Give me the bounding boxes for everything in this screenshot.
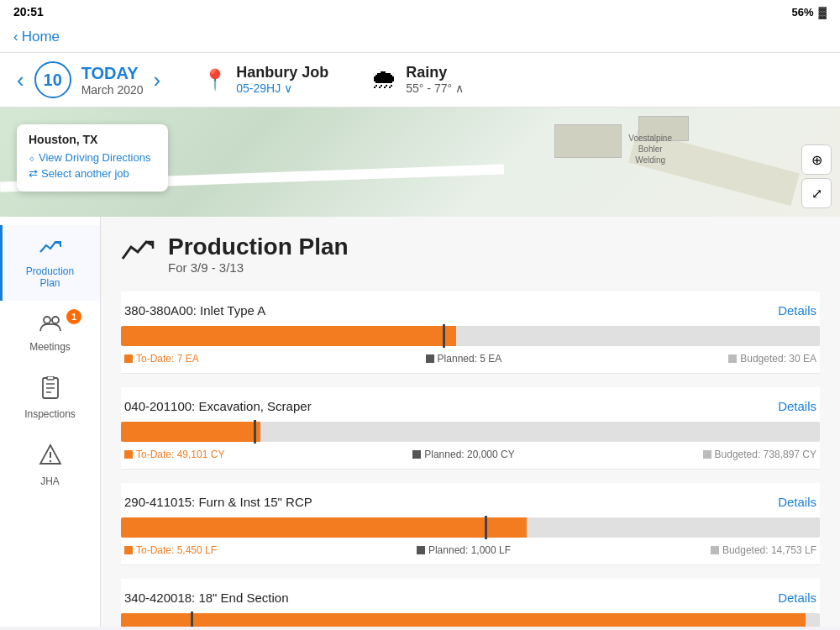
- progress-fill-2: [121, 422, 260, 442]
- driving-directions-link[interactable]: ⬦ View Driving Directions: [29, 151, 156, 164]
- details-link-3[interactable]: Details: [778, 495, 816, 509]
- sidebar: ProductionPlan 1 Meetings: [0, 217, 101, 627]
- meetings-label: Meetings: [29, 341, 71, 353]
- stat-budgeted-2: Budgeted: 738,897 CY: [703, 449, 816, 460]
- details-link-4[interactable]: Details: [778, 591, 816, 605]
- planned-square-1: [426, 354, 434, 363]
- item-header-1: 380-380A00: Inlet Type A Details: [121, 303, 820, 318]
- planned-square-3: [417, 546, 425, 554]
- production-plan-label: ProductionPlan: [26, 265, 74, 289]
- production-item-2: 040-201100: Excavation, Scraper Details …: [121, 387, 820, 470]
- item-header-2: 040-201100: Excavation, Scraper Details: [121, 399, 820, 413]
- select-job-link[interactable]: ⇄ Select another job: [29, 167, 156, 180]
- map-city-label: Houston, TX: [29, 133, 156, 146]
- progress-stats-2: To-Date: 49,101 CY Planned: 20,000 CY Bu…: [121, 449, 820, 460]
- back-button[interactable]: ‹ Home: [13, 29, 827, 45]
- map-locate-button[interactable]: ⊕: [801, 144, 832, 175]
- map-popup: Houston, TX ⬦ View Driving Directions ⇄ …: [17, 124, 168, 192]
- item-title-4: 340-420018: 18" End Section: [124, 591, 288, 605]
- progress-marker-1: [443, 324, 445, 348]
- sidebar-item-jha[interactable]: JHA: [0, 432, 100, 499]
- status-bar: 20:51 56% ▓: [0, 0, 840, 24]
- production-plan-titles: Production Plan For 3/9 - 3/13: [168, 234, 349, 275]
- stat-budgeted-3: Budgeted: 14,753 LF: [711, 544, 816, 556]
- progress-fill-1: [121, 326, 456, 346]
- stat-todate-1: To-Date: 7 EA: [124, 353, 199, 365]
- date-info: TODAY March 2020: [81, 63, 144, 97]
- sidebar-item-meetings[interactable]: 1 Meetings: [0, 301, 100, 365]
- production-item-3: 290-411015: Furn & Inst 15" RCP Details …: [121, 483, 820, 565]
- progress-bar-2: [121, 422, 820, 442]
- next-day-button[interactable]: ›: [154, 67, 161, 93]
- weather-temp: 55° - 77° ∧: [406, 81, 464, 96]
- job-section: 📍 Hanbury Job 05-29HJ ∨: [202, 64, 328, 96]
- budgeted-square-1: [728, 354, 737, 363]
- job-name: Hanbury Job: [236, 64, 328, 82]
- main-content: ProductionPlan 1 Meetings: [0, 217, 840, 627]
- item-header-3: 290-411015: Furn & Inst 15" RCP Details: [121, 495, 820, 509]
- production-items-list: 380-380A00: Inlet Type A Details To-Date…: [121, 291, 820, 627]
- today-label: TODAY: [81, 63, 144, 83]
- details-link-2[interactable]: Details: [778, 399, 816, 413]
- status-right: 56% ▓: [791, 6, 827, 18]
- back-chevron-icon: ‹: [13, 29, 18, 45]
- weather-info: Rainy 55° - 77° ∧: [406, 64, 464, 96]
- weather-section: 🌧 Rainy 55° - 77° ∧: [370, 64, 464, 96]
- progress-bar-3: [121, 517, 820, 538]
- map-building-1: [554, 124, 622, 158]
- prev-day-button[interactable]: ‹: [17, 67, 24, 93]
- stat-planned-1: Planned: 5 EA: [426, 353, 502, 365]
- progress-fill-3: [121, 517, 527, 538]
- map-building-label: VoestalpineBohlerWelding: [628, 133, 672, 165]
- progress-marker-2: [254, 420, 256, 444]
- progress-marker-3: [485, 516, 487, 539]
- locate-icon: ⊕: [811, 152, 822, 168]
- header-row: ‹ 10 TODAY March 2020 › 📍 Hanbury Job 05…: [0, 53, 840, 108]
- weather-icon: 🌧: [370, 64, 397, 95]
- svg-rect-6: [47, 376, 54, 380]
- budgeted-square-3: [711, 546, 719, 554]
- production-plan-section-icon: [121, 235, 155, 273]
- day-number: 10: [34, 61, 71, 98]
- svg-point-9: [49, 460, 50, 462]
- date-label: March 2020: [81, 83, 144, 97]
- sidebar-item-inspections[interactable]: Inspections: [0, 365, 100, 432]
- map-controls: ⊕ ⤢: [801, 144, 832, 208]
- jha-icon: [39, 444, 62, 472]
- production-plan-header: Production Plan For 3/9 - 3/13: [121, 234, 820, 275]
- stat-budgeted-1: Budgeted: 30 EA: [728, 353, 816, 365]
- item-header-4: 340-420018: 18" End Section Details: [121, 591, 820, 605]
- stat-todate-2: To-Date: 49,101 CY: [124, 449, 224, 460]
- details-link-1[interactable]: Details: [778, 303, 816, 318]
- back-label: Home: [22, 29, 60, 45]
- map-fullscreen-button[interactable]: ⤢: [801, 178, 832, 208]
- progress-stats-3: To-Date: 5,450 LF Planned: 1,000 LF Budg…: [121, 544, 820, 556]
- weather-label: Rainy: [406, 64, 464, 82]
- inspections-icon: [40, 376, 60, 405]
- section-subtitle: For 3/9 - 3/13: [168, 260, 349, 275]
- battery-percent: 56%: [791, 6, 813, 18]
- item-title-1: 380-380A00: Inlet Type A: [124, 303, 265, 318]
- production-item-4: 340-420018: 18" End Section Details To-D…: [121, 579, 820, 627]
- meetings-badge: 1: [66, 309, 81, 324]
- job-info: Hanbury Job 05-29HJ ∨: [236, 64, 328, 96]
- status-time: 20:51: [13, 5, 44, 18]
- fullscreen-icon: ⤢: [811, 186, 822, 202]
- switch-icon: ⇄: [29, 167, 38, 180]
- date-navigation: ‹ 10 TODAY March 2020 ›: [17, 61, 160, 98]
- stat-todate-3: To-Date: 5,450 LF: [124, 544, 217, 556]
- production-plan-icon: [39, 237, 62, 262]
- content-panel: Production Plan For 3/9 - 3/13 380-380A0…: [101, 217, 840, 627]
- stat-planned-2: Planned: 20,000 CY: [412, 449, 514, 460]
- job-code-selector[interactable]: 05-29HJ ∨: [236, 81, 328, 96]
- directions-icon: ⬦: [29, 151, 35, 164]
- progress-marker-4: [191, 612, 193, 627]
- progress-fill-4: [121, 613, 806, 627]
- location-icon: 📍: [202, 68, 228, 92]
- meetings-icon: [39, 312, 62, 338]
- svg-point-1: [52, 317, 59, 323]
- battery-icon: ▓: [819, 6, 827, 18]
- sidebar-item-production-plan[interactable]: ProductionPlan: [0, 225, 100, 301]
- svg-point-0: [44, 317, 50, 323]
- todate-square-3: [124, 546, 133, 554]
